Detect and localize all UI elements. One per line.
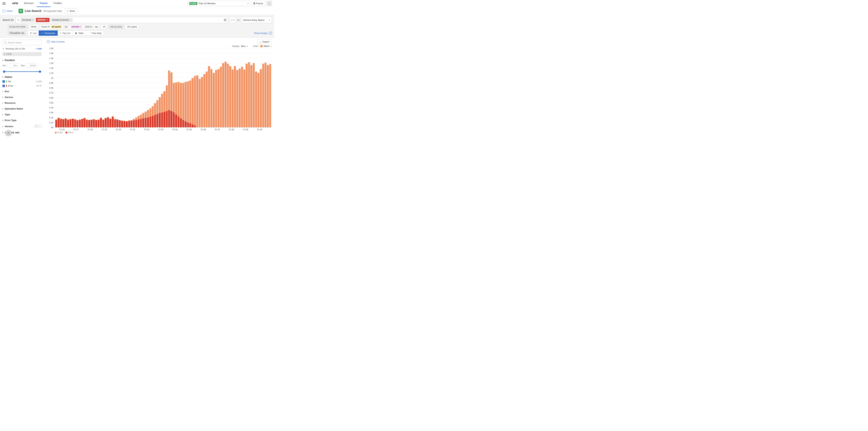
chart-bar[interactable] bbox=[178, 82, 180, 127]
filter-icon[interactable]: ▼ bbox=[34, 125, 38, 128]
chart-bar[interactable] bbox=[65, 118, 67, 127]
chart-bar[interactable] bbox=[100, 118, 102, 127]
chart-bar[interactable] bbox=[213, 73, 215, 127]
chart-bar[interactable] bbox=[145, 112, 147, 127]
chart-bar[interactable] bbox=[95, 120, 97, 127]
chart-bar[interactable] bbox=[102, 120, 104, 127]
menu-icon[interactable] bbox=[2, 2, 6, 4]
chart-bar[interactable] bbox=[194, 76, 196, 127]
limit-direction-control[interactable]: top bbox=[93, 25, 100, 29]
chart-bar[interactable] bbox=[201, 77, 203, 127]
pause-button[interactable]: Pause bbox=[251, 1, 265, 6]
chart-bar[interactable] bbox=[159, 97, 161, 127]
chart-bar[interactable] bbox=[72, 119, 74, 127]
chart-bar[interactable] bbox=[62, 119, 64, 127]
zoom-button[interactable] bbox=[267, 1, 272, 6]
chart-bar[interactable] bbox=[156, 100, 158, 127]
chart-bar[interactable] bbox=[215, 70, 217, 127]
chart-bar[interactable] bbox=[234, 66, 236, 127]
checkbox-error[interactable]: ✓ bbox=[2, 85, 5, 87]
trace-search-input[interactable]: Env:prod×ERROR×Version:(2 terms)× × bbox=[16, 17, 228, 23]
status-row-error[interactable]: ✓Error94.7k bbox=[2, 85, 42, 87]
chart-bar[interactable] bbox=[191, 78, 193, 127]
nav-item-traces[interactable]: Traces bbox=[37, 0, 51, 7]
chart-bar[interactable] bbox=[67, 119, 69, 127]
chart-bar[interactable] bbox=[133, 119, 135, 127]
chart-bar[interactable] bbox=[69, 119, 71, 127]
chart-bar[interactable] bbox=[199, 79, 200, 127]
chart-bar[interactable] bbox=[163, 91, 165, 127]
viz-list-button[interactable]: ≣List bbox=[28, 30, 39, 36]
chart-bar[interactable] bbox=[58, 118, 60, 127]
chart-bar[interactable] bbox=[166, 85, 168, 127]
group-by-control[interactable]: version × bbox=[69, 25, 84, 29]
legend-item-5-4-0[interactable]: 5.4.0 bbox=[55, 131, 62, 134]
facet-search-box[interactable] bbox=[2, 40, 42, 45]
chart-bar[interactable] bbox=[187, 81, 189, 127]
show-graphs-button[interactable]: Show Graphs ▾ bbox=[254, 32, 272, 34]
remove-filter-icon[interactable]: × bbox=[46, 19, 48, 21]
checkbox-ok[interactable]: ✓ bbox=[2, 80, 5, 83]
limit-value-control[interactable]: 10 bbox=[101, 25, 107, 29]
chart-bar[interactable] bbox=[88, 120, 90, 127]
viz-top-list-button[interactable]: ≡Top List bbox=[58, 30, 73, 36]
viz-table-button[interactable]: ▦Table bbox=[72, 30, 86, 36]
chart-bar[interactable] bbox=[269, 64, 271, 127]
chart-bar[interactable] bbox=[231, 69, 234, 127]
views-button[interactable]: › Views bbox=[2, 10, 13, 12]
nav-item-apm[interactable]: APM bbox=[9, 0, 21, 7]
viz-timeseries-button[interactable]: ∿Timeseries bbox=[39, 30, 58, 36]
chart-bar[interactable] bbox=[116, 119, 118, 127]
slider-handle-min[interactable] bbox=[3, 70, 5, 73]
chart-bar[interactable] bbox=[262, 64, 264, 127]
chart-bar[interactable] bbox=[211, 69, 212, 127]
facet-type[interactable]: ▸Type bbox=[2, 112, 42, 117]
chart-bar[interactable] bbox=[130, 120, 132, 127]
chart-bar[interactable] bbox=[206, 71, 208, 127]
chart-bar[interactable] bbox=[227, 64, 229, 127]
show-control[interactable]: Show bbox=[29, 25, 38, 29]
facet-status-header[interactable]: ▾ Status bbox=[2, 75, 42, 79]
chart-bar[interactable] bbox=[60, 119, 62, 127]
time-range-selector[interactable]: ↯ LIVE Past 15 Minutes ▾ bbox=[188, 1, 250, 6]
duration-max-input[interactable] bbox=[26, 63, 37, 68]
chart-bar[interactable] bbox=[196, 75, 198, 127]
color-value[interactable]: Warm bbox=[264, 45, 269, 48]
chart-bar[interactable] bbox=[260, 69, 262, 127]
core-group-header[interactable]: ▾ CORE bbox=[2, 52, 42, 56]
display-value[interactable]: Bars bbox=[241, 45, 246, 48]
chart-bar[interactable] bbox=[86, 120, 88, 127]
clear-filter-icon[interactable]: × bbox=[38, 125, 42, 128]
scope-dropdown[interactable]: Service Entry Spans ▾ bbox=[241, 17, 272, 23]
count-value[interactable]: all spans bbox=[51, 25, 62, 28]
chart-bar[interactable] bbox=[98, 120, 99, 127]
chart-bar[interactable] bbox=[168, 70, 170, 127]
chart-bar[interactable] bbox=[253, 63, 255, 127]
chart-bar[interactable] bbox=[248, 62, 250, 127]
nav-item-services[interactable]: Services bbox=[21, 0, 37, 7]
duration-min-input[interactable] bbox=[7, 63, 18, 68]
nav-item-profiles[interactable]: Profiles bbox=[51, 0, 65, 7]
chart-bar[interactable] bbox=[239, 68, 241, 127]
chart-bar[interactable] bbox=[175, 82, 177, 127]
chart-bar[interactable] bbox=[91, 120, 93, 127]
save-button[interactable]: + Save bbox=[65, 8, 77, 13]
duration-slider[interactable] bbox=[3, 70, 41, 73]
chart-bar[interactable] bbox=[236, 70, 238, 127]
remove-filter-icon[interactable]: × bbox=[32, 19, 33, 21]
chart-bar[interactable] bbox=[180, 83, 182, 127]
filter-pill-env-prod[interactable]: Env:prod× bbox=[21, 18, 35, 22]
chart-bar[interactable] bbox=[217, 69, 219, 127]
chart-bar[interactable] bbox=[140, 115, 142, 127]
chart-bar[interactable] bbox=[109, 119, 111, 127]
chart-bar[interactable] bbox=[257, 73, 259, 127]
chart-bar[interactable] bbox=[76, 120, 79, 127]
chart-bar[interactable] bbox=[189, 81, 191, 127]
filter-pill-version-2-terms-[interactable]: Version:(2 terms)× bbox=[51, 18, 72, 22]
facet-operation-name[interactable]: ▸Operation Name bbox=[2, 106, 42, 112]
hide-controls-button[interactable]: « Hide Controls bbox=[47, 40, 65, 43]
chart-bar[interactable] bbox=[107, 117, 109, 127]
chart-bar[interactable] bbox=[246, 64, 248, 127]
count-of-control[interactable]: Count of all spans bbox=[39, 25, 64, 29]
chart-bar[interactable] bbox=[147, 110, 149, 127]
